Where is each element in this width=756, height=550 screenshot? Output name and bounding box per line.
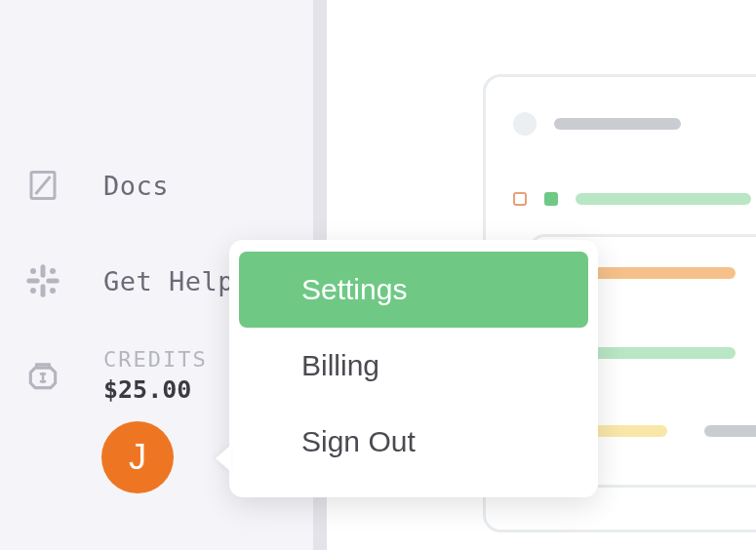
help-label: Get Help bbox=[103, 266, 234, 296]
docs-icon bbox=[23, 166, 62, 205]
svg-point-9 bbox=[50, 288, 56, 294]
popover-item-label: Billing bbox=[301, 349, 379, 382]
mock-header-row bbox=[513, 112, 681, 136]
svg-point-6 bbox=[30, 268, 36, 274]
slack-icon bbox=[23, 261, 62, 300]
credits-label: CREDITS bbox=[103, 347, 208, 372]
mock-bar bbox=[589, 267, 736, 279]
docs-label: Docs bbox=[103, 171, 169, 201]
mock-circle-icon bbox=[513, 112, 537, 136]
mock-bar bbox=[589, 425, 667, 437]
mock-checkbox-icon bbox=[513, 192, 527, 206]
credits-block: CREDITS $25.00 bbox=[103, 347, 208, 404]
avatar-letter: J bbox=[129, 437, 146, 478]
svg-point-7 bbox=[50, 268, 56, 274]
popover-item-signout[interactable]: Sign Out bbox=[229, 404, 598, 480]
mock-list-row bbox=[513, 192, 751, 206]
popover-item-settings[interactable]: Settings bbox=[239, 252, 588, 328]
mock-bar bbox=[576, 193, 751, 205]
mock-bar bbox=[704, 425, 756, 437]
svg-rect-5 bbox=[46, 279, 59, 284]
svg-rect-4 bbox=[26, 279, 39, 284]
svg-point-8 bbox=[30, 288, 36, 294]
svg-rect-3 bbox=[41, 284, 46, 296]
svg-rect-2 bbox=[41, 264, 46, 277]
mock-status-icon bbox=[544, 192, 558, 206]
svg-line-1 bbox=[36, 177, 51, 194]
avatar[interactable]: J bbox=[101, 421, 174, 493]
mock-bar bbox=[589, 347, 736, 359]
mock-bar bbox=[554, 118, 681, 130]
credits-icon bbox=[23, 356, 62, 395]
popover-item-billing[interactable]: Billing bbox=[229, 328, 598, 404]
sidebar-item-docs[interactable]: Docs bbox=[0, 158, 313, 213]
user-menu-popover: Settings Billing Sign Out bbox=[229, 240, 598, 497]
popover-item-label: Settings bbox=[301, 273, 407, 306]
credits-amount: $25.00 bbox=[103, 375, 208, 404]
popover-item-label: Sign Out bbox=[301, 425, 416, 458]
